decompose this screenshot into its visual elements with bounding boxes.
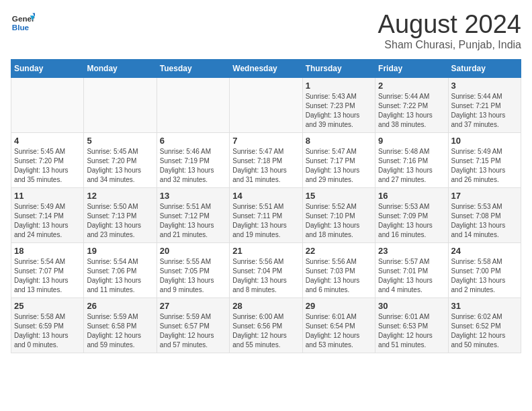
calendar-cell: 4Sunrise: 5:45 AM Sunset: 7:20 PM Daylig…	[11, 132, 84, 187]
calendar-cell: 31Sunrise: 6:02 AM Sunset: 6:52 PM Dayli…	[448, 298, 521, 353]
day-number: 9	[378, 136, 445, 146]
day-info: Sunrise: 5:48 AM Sunset: 7:16 PM Dayligh…	[378, 147, 445, 185]
day-info: Sunrise: 5:45 AM Sunset: 7:20 PM Dayligh…	[14, 147, 81, 185]
week-row-3: 11Sunrise: 5:49 AM Sunset: 7:14 PM Dayli…	[11, 187, 521, 242]
day-header-monday: Monday	[84, 59, 157, 77]
day-info: Sunrise: 5:51 AM Sunset: 7:12 PM Dayligh…	[160, 202, 226, 240]
calendar-cell: 28Sunrise: 6:00 AM Sunset: 6:56 PM Dayli…	[230, 298, 302, 353]
day-number: 21	[232, 246, 299, 256]
calendar-cell: 27Sunrise: 5:59 AM Sunset: 6:57 PM Dayli…	[157, 298, 229, 353]
logo: General Blue	[11, 11, 35, 35]
day-number: 12	[87, 191, 153, 201]
day-info: Sunrise: 5:51 AM Sunset: 7:11 PM Dayligh…	[232, 202, 299, 240]
calendar-cell: 5Sunrise: 5:45 AM Sunset: 7:20 PM Daylig…	[84, 132, 157, 187]
day-info: Sunrise: 5:58 AM Sunset: 6:59 PM Dayligh…	[14, 312, 81, 350]
day-number: 8	[306, 136, 372, 146]
day-info: Sunrise: 5:53 AM Sunset: 7:08 PM Dayligh…	[451, 202, 518, 240]
day-info: Sunrise: 5:47 AM Sunset: 7:18 PM Dayligh…	[232, 147, 299, 185]
calendar-cell: 9Sunrise: 5:48 AM Sunset: 7:16 PM Daylig…	[375, 132, 448, 187]
day-number: 2	[378, 81, 445, 91]
calendar-cell: 15Sunrise: 5:52 AM Sunset: 7:10 PM Dayli…	[302, 187, 375, 242]
day-number: 13	[160, 191, 226, 201]
day-number: 3	[451, 81, 518, 91]
week-row-2: 4Sunrise: 5:45 AM Sunset: 7:20 PM Daylig…	[11, 132, 521, 187]
day-number: 18	[14, 246, 81, 256]
day-number: 5	[87, 136, 153, 146]
day-info: Sunrise: 5:53 AM Sunset: 7:09 PM Dayligh…	[378, 202, 445, 240]
day-header-friday: Friday	[375, 59, 448, 77]
calendar-cell: 13Sunrise: 5:51 AM Sunset: 7:12 PM Dayli…	[157, 187, 229, 242]
day-header-wednesday: Wednesday	[230, 59, 302, 77]
day-number: 20	[160, 246, 226, 256]
day-number: 7	[232, 136, 299, 146]
day-header-thursday: Thursday	[302, 59, 375, 77]
day-info: Sunrise: 5:59 AM Sunset: 6:57 PM Dayligh…	[160, 312, 226, 350]
day-info: Sunrise: 5:43 AM Sunset: 7:23 PM Dayligh…	[306, 92, 372, 130]
day-info: Sunrise: 5:57 AM Sunset: 7:01 PM Dayligh…	[378, 257, 445, 295]
week-row-1: 1Sunrise: 5:43 AM Sunset: 7:23 PM Daylig…	[11, 77, 521, 132]
day-info: Sunrise: 5:54 AM Sunset: 7:06 PM Dayligh…	[87, 257, 153, 295]
day-info: Sunrise: 5:49 AM Sunset: 7:14 PM Dayligh…	[14, 202, 81, 240]
calendar-cell: 3Sunrise: 5:44 AM Sunset: 7:21 PM Daylig…	[448, 77, 521, 132]
day-number: 17	[451, 191, 518, 201]
calendar-cell: 26Sunrise: 5:59 AM Sunset: 6:58 PM Dayli…	[84, 298, 157, 353]
calendar-cell: 18Sunrise: 5:54 AM Sunset: 7:07 PM Dayli…	[11, 242, 84, 298]
calendar-cell: 7Sunrise: 5:47 AM Sunset: 7:18 PM Daylig…	[230, 132, 302, 187]
calendar-cell: 23Sunrise: 5:57 AM Sunset: 7:01 PM Dayli…	[375, 242, 448, 298]
calendar-cell: 22Sunrise: 5:56 AM Sunset: 7:03 PM Dayli…	[302, 242, 375, 298]
title-section: August 2024 Sham Churasi, Punjab, India	[378, 11, 521, 51]
day-header-sunday: Sunday	[11, 59, 84, 77]
calendar-cell: 21Sunrise: 5:56 AM Sunset: 7:04 PM Dayli…	[230, 242, 302, 298]
calendar-cell: 12Sunrise: 5:50 AM Sunset: 7:13 PM Dayli…	[84, 187, 157, 242]
day-info: Sunrise: 5:44 AM Sunset: 7:22 PM Dayligh…	[378, 92, 445, 130]
day-info: Sunrise: 5:45 AM Sunset: 7:20 PM Dayligh…	[87, 147, 153, 185]
day-number: 25	[14, 301, 81, 311]
day-number: 16	[378, 191, 445, 201]
day-number: 15	[306, 191, 372, 201]
calendar-cell: 30Sunrise: 6:01 AM Sunset: 6:53 PM Dayli…	[375, 298, 448, 353]
week-row-4: 18Sunrise: 5:54 AM Sunset: 7:07 PM Dayli…	[11, 242, 521, 298]
calendar-cell: 20Sunrise: 5:55 AM Sunset: 7:05 PM Dayli…	[157, 242, 229, 298]
calendar-cell	[84, 77, 157, 132]
calendar-cell	[157, 77, 229, 132]
calendar-cell: 24Sunrise: 5:58 AM Sunset: 7:00 PM Dayli…	[448, 242, 521, 298]
day-info: Sunrise: 5:56 AM Sunset: 7:04 PM Dayligh…	[232, 257, 299, 295]
day-number: 6	[160, 136, 226, 146]
calendar-cell: 19Sunrise: 5:54 AM Sunset: 7:06 PM Dayli…	[84, 242, 157, 298]
day-info: Sunrise: 5:44 AM Sunset: 7:21 PM Dayligh…	[451, 92, 518, 130]
day-info: Sunrise: 6:00 AM Sunset: 6:56 PM Dayligh…	[232, 312, 299, 350]
calendar-cell: 11Sunrise: 5:49 AM Sunset: 7:14 PM Dayli…	[11, 187, 84, 242]
svg-text:General: General	[12, 14, 35, 23]
day-info: Sunrise: 5:52 AM Sunset: 7:10 PM Dayligh…	[306, 202, 372, 240]
day-info: Sunrise: 5:58 AM Sunset: 7:00 PM Dayligh…	[451, 257, 518, 295]
day-info: Sunrise: 6:02 AM Sunset: 6:52 PM Dayligh…	[451, 312, 518, 350]
calendar-cell: 29Sunrise: 6:01 AM Sunset: 6:54 PM Dayli…	[302, 298, 375, 353]
day-number: 24	[451, 246, 518, 256]
calendar-cell: 16Sunrise: 5:53 AM Sunset: 7:09 PM Dayli…	[375, 187, 448, 242]
day-number: 1	[306, 81, 372, 91]
day-info: Sunrise: 5:54 AM Sunset: 7:07 PM Dayligh…	[14, 257, 81, 295]
calendar-table: SundayMondayTuesdayWednesdayThursdayFrid…	[11, 59, 521, 353]
day-info: Sunrise: 6:01 AM Sunset: 6:53 PM Dayligh…	[378, 312, 445, 350]
day-number: 29	[306, 301, 372, 311]
calendar-cell: 1Sunrise: 5:43 AM Sunset: 7:23 PM Daylig…	[302, 77, 375, 132]
day-number: 27	[160, 301, 226, 311]
days-header-row: SundayMondayTuesdayWednesdayThursdayFrid…	[11, 59, 521, 77]
day-info: Sunrise: 5:50 AM Sunset: 7:13 PM Dayligh…	[87, 202, 153, 240]
day-number: 22	[306, 246, 372, 256]
day-number: 23	[378, 246, 445, 256]
day-info: Sunrise: 5:49 AM Sunset: 7:15 PM Dayligh…	[451, 147, 518, 185]
calendar-cell: 8Sunrise: 5:47 AM Sunset: 7:17 PM Daylig…	[302, 132, 375, 187]
calendar-cell	[11, 77, 84, 132]
day-number: 4	[14, 136, 81, 146]
day-info: Sunrise: 5:55 AM Sunset: 7:05 PM Dayligh…	[160, 257, 226, 295]
calendar-cell: 17Sunrise: 5:53 AM Sunset: 7:08 PM Dayli…	[448, 187, 521, 242]
calendar-cell: 14Sunrise: 5:51 AM Sunset: 7:11 PM Dayli…	[230, 187, 302, 242]
day-number: 30	[378, 301, 445, 311]
calendar-cell: 10Sunrise: 5:49 AM Sunset: 7:15 PM Dayli…	[448, 132, 521, 187]
day-number: 28	[232, 301, 299, 311]
svg-text:Blue: Blue	[12, 23, 30, 32]
day-number: 11	[14, 191, 81, 201]
day-info: Sunrise: 5:47 AM Sunset: 7:17 PM Dayligh…	[306, 147, 372, 185]
calendar-cell: 25Sunrise: 5:58 AM Sunset: 6:59 PM Dayli…	[11, 298, 84, 353]
